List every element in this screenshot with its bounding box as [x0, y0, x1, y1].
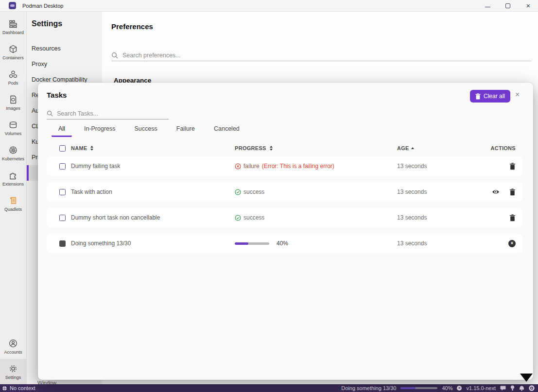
sidebar-item-pods[interactable]: Pods: [0, 65, 26, 90]
view-task-button[interactable]: [492, 189, 500, 195]
help-button[interactable]: [510, 385, 515, 391]
kube-context-label: No context: [10, 385, 35, 391]
statusbar-task-label[interactable]: Doing something 13/30: [341, 385, 396, 391]
select-all-checkbox[interactable]: [59, 145, 66, 152]
task-status: success: [243, 214, 264, 221]
volumes-icon: [8, 120, 18, 130]
close-button[interactable]: ×: [525, 3, 531, 9]
sidebar-item-images[interactable]: Images: [0, 90, 26, 115]
quadlets-icon: [8, 196, 18, 205]
delete-task-button[interactable]: [509, 214, 516, 222]
sort-ascending-icon[interactable]: [411, 147, 414, 149]
sort-icon[interactable]: [270, 146, 273, 151]
sidebar-item-dashboard[interactable]: Dashboard: [0, 14, 26, 39]
clear-all-button[interactable]: Clear all: [470, 90, 510, 102]
trash-icon: [509, 214, 516, 222]
maximize-button[interactable]: [505, 3, 511, 9]
tab-failure[interactable]: Failure: [170, 125, 202, 137]
tasks-tabs: All In-Progress Success Failure Canceled: [52, 125, 252, 137]
settings-nav-item-resources[interactable]: Resources: [27, 41, 102, 56]
row-checkbox[interactable]: [59, 189, 66, 195]
sidebar-item-quadlets[interactable]: Quadlets: [0, 191, 26, 216]
feedback-button[interactable]: [500, 386, 506, 391]
delete-task-button[interactable]: [509, 188, 516, 196]
sidebar-item-label: Settings: [5, 375, 21, 380]
notifications-button[interactable]: [519, 385, 524, 391]
dashboard-icon: [8, 19, 18, 29]
chat-bubble-icon: [500, 386, 506, 391]
maximize-icon: [505, 3, 510, 8]
task-row[interactable]: Task with action success 13 seconds: [47, 182, 522, 202]
column-header-name[interactable]: NAME: [71, 145, 87, 151]
search-icon: [111, 52, 118, 59]
sidebar-item-label: Extensions: [2, 182, 24, 187]
tasks-search-input[interactable]: [57, 110, 169, 117]
modal-close-button[interactable]: ×: [515, 91, 520, 99]
sidebar-item-extensions[interactable]: Extensions: [0, 166, 26, 191]
task-name: Task with action: [71, 188, 112, 195]
tab-canceled[interactable]: Canceled: [207, 125, 246, 137]
status-bar-right: Doing something 13/30 40% × v1.15.0-next: [341, 385, 535, 391]
images-icon: [8, 95, 18, 104]
delete-task-button[interactable]: [509, 163, 516, 170]
tab-success[interactable]: Success: [128, 125, 164, 137]
tab-in-progress[interactable]: In-Progress: [77, 125, 122, 137]
page-title: Preferences: [111, 22, 153, 31]
tasks-modal-title: Tasks: [47, 91, 67, 99]
statusbar-cancel-task-button[interactable]: ×: [457, 386, 462, 391]
kube-context-button[interactable]: No context: [2, 385, 35, 391]
statusbar-progress-label: 40%: [442, 385, 452, 391]
column-header-progress[interactable]: PROGRESS: [235, 145, 266, 151]
task-age: 13 seconds: [397, 163, 427, 170]
tab-all[interactable]: All: [52, 125, 72, 137]
sort-icon[interactable]: [90, 146, 93, 151]
row-checkbox[interactable]: [59, 215, 66, 221]
task-row[interactable]: Doing something 13/30 40% 13 seconds ×: [47, 234, 522, 253]
settings-nav-item-proxy[interactable]: Proxy: [27, 56, 102, 72]
preferences-search[interactable]: [111, 50, 531, 61]
clear-all-label: Clear all: [484, 93, 505, 100]
task-row[interactable]: Dummy short task non cancellable success…: [47, 208, 522, 227]
tasks-search[interactable]: [47, 108, 169, 119]
row-checkbox[interactable]: [59, 163, 66, 170]
search-icon: [47, 110, 53, 117]
task-age: 13 seconds: [397, 188, 427, 195]
containers-icon: [8, 44, 18, 54]
sidebar-item-kubernetes[interactable]: Kubernetes: [0, 140, 26, 166]
task-age: 13 seconds: [397, 240, 427, 247]
eye-icon: [492, 189, 500, 195]
sidebar-item-volumes[interactable]: Volumes: [0, 115, 26, 140]
bell-icon: [519, 385, 524, 391]
trash-icon: [509, 188, 516, 196]
tasks-modal: Tasks Clear all × All In-Progress Succes…: [38, 83, 533, 380]
success-icon: [235, 215, 241, 221]
lightbulb-icon: [510, 385, 515, 391]
task-row[interactable]: Dummy failing task failure (Error: This …: [47, 156, 522, 176]
scroll-down-indicator: [520, 374, 533, 382]
sidebar-item-settings[interactable]: Settings: [0, 359, 26, 384]
settings-nav-title: Settings: [32, 19, 62, 28]
minimize-button[interactable]: [485, 3, 490, 9]
sidebar-item-label: Volumes: [5, 131, 22, 136]
trash-icon: [509, 163, 516, 170]
cancel-task-button[interactable]: ×: [508, 240, 516, 247]
statusbar-progress-bar: [400, 387, 437, 389]
troubleshooting-button[interactable]: [529, 385, 535, 391]
task-progress-bar: [235, 242, 269, 245]
status-bar: No context Doing something 13/30 40% × v…: [0, 384, 538, 392]
app-version[interactable]: v1.15.0-next: [466, 385, 496, 391]
gear-icon: [8, 364, 18, 374]
sidebar-item-containers[interactable]: Containers: [0, 39, 26, 65]
preferences-search-input[interactable]: [122, 52, 531, 59]
trash-icon: [475, 93, 481, 100]
extensions-icon: [8, 170, 18, 180]
sidebar-item-label: Images: [6, 106, 20, 111]
icon-sidebar: Dashboard Containers Pods Images Volumes…: [0, 12, 27, 384]
column-header-age[interactable]: AGE: [397, 145, 409, 151]
task-status: success: [243, 188, 264, 195]
sidebar-item-accounts[interactable]: Accounts: [0, 334, 26, 359]
window-title: Podman Desktop: [22, 3, 63, 9]
sidebar-item-label: Kubernetes: [2, 156, 24, 161]
lifebuoy-icon: [529, 385, 535, 391]
task-name: Doing something 13/30: [71, 240, 131, 247]
